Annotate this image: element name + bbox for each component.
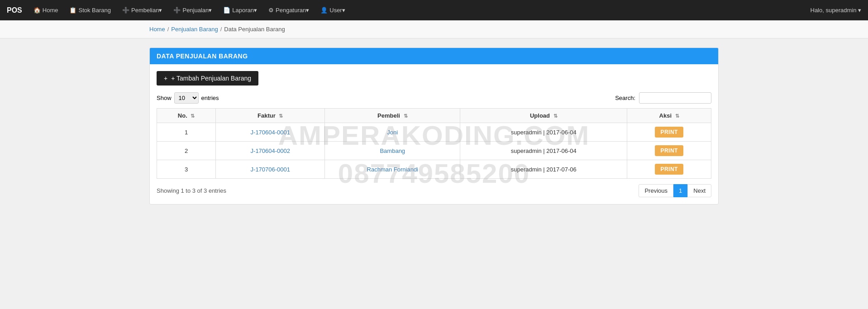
data-table: No. ⇅ Faktur ⇅ Pembeli ⇅ Upload xyxy=(157,108,711,179)
navbar-item-home[interactable]: 🏠 Home xyxy=(29,0,63,20)
entries-select[interactable]: 10 25 50 100 xyxy=(174,92,199,104)
cell-upload: superadmin | 2017-07-06 xyxy=(460,160,627,179)
pengaturan-dropdown-icon: ▾ xyxy=(306,7,309,14)
stok-icon: 📋 xyxy=(69,7,76,14)
show-label: Show xyxy=(157,95,172,101)
cell-no: 3 xyxy=(157,160,216,179)
col-faktur[interactable]: Faktur ⇅ xyxy=(216,109,325,123)
col-pembeli[interactable]: Pembeli ⇅ xyxy=(325,109,460,123)
breadcrumb-penjualan[interactable]: Penjualan Barang xyxy=(171,26,218,33)
sort-faktur-icon: ⇅ xyxy=(279,113,283,119)
penjualan-dropdown-icon: ▾ xyxy=(209,7,212,14)
pagination: Previous 1 Next xyxy=(639,184,711,197)
cell-pembeli[interactable]: Rachman Forniandi xyxy=(325,160,460,179)
breadcrumb: Home / Penjualan Barang / Data Penjualan… xyxy=(149,26,719,33)
cell-aksi: PRINT xyxy=(627,123,711,142)
pembelian-dropdown-icon: ▾ xyxy=(159,7,162,14)
cell-pembeli[interactable]: Joni xyxy=(325,123,460,142)
cell-aksi: PRINT xyxy=(627,142,711,160)
cell-no: 1 xyxy=(157,123,216,142)
showing-text: Showing 1 to 3 of 3 entries xyxy=(157,187,226,194)
sort-no-icon: ⇅ xyxy=(191,113,195,119)
navbar-items: 🏠 Home 📋 Stok Barang ➕ Pembelian ▾ ➕ Pen… xyxy=(29,0,811,20)
entries-label: entries xyxy=(201,95,219,101)
cell-upload: superadmin | 2017-06-04 xyxy=(460,123,627,142)
navbar-item-pembelian[interactable]: ➕ Pembelian ▾ xyxy=(118,0,167,20)
user-icon: 👤 xyxy=(320,7,328,14)
table-header-row: No. ⇅ Faktur ⇅ Pembeli ⇅ Upload xyxy=(157,109,711,123)
previous-button[interactable]: Previous xyxy=(639,184,673,197)
sort-aksi-icon: ⇅ xyxy=(675,113,679,119)
search-box: Search: xyxy=(615,92,711,104)
col-upload[interactable]: Upload ⇅ xyxy=(460,109,627,123)
penjualan-icon: ➕ xyxy=(173,7,181,14)
home-icon: 🏠 xyxy=(33,7,41,14)
controls-row: Show 10 25 50 100 entries Search: xyxy=(157,92,711,104)
print-button[interactable]: PRINT xyxy=(655,145,683,156)
breadcrumb-current: Data Penjualan Barang xyxy=(224,26,285,33)
card-body: + + Tambah Penjualan Barang Show 10 25 5… xyxy=(150,64,718,204)
table-row: 1J-170604-0001Jonisuperadmin | 2017-06-0… xyxy=(157,123,711,142)
cell-aksi: PRINT xyxy=(627,160,711,179)
user-dropdown-icon: ▾ xyxy=(342,7,345,14)
sort-upload-icon: ⇅ xyxy=(553,113,558,119)
sort-pembeli-icon: ⇅ xyxy=(404,113,408,119)
cell-pembeli[interactable]: Bambang xyxy=(325,142,460,160)
navbar-item-pengaturan[interactable]: ⚙ Pengaturan ▾ xyxy=(264,0,314,20)
navbar: POS 🏠 Home 📋 Stok Barang ➕ Pembelian ▾ ➕… xyxy=(0,0,868,20)
breadcrumb-sep-2: / xyxy=(220,26,222,33)
navbar-item-user[interactable]: 👤 User ▾ xyxy=(316,0,349,20)
pengaturan-icon: ⚙ xyxy=(268,7,274,14)
cell-faktur[interactable]: J-170604-0001 xyxy=(216,123,325,142)
laporan-dropdown-icon: ▾ xyxy=(254,7,257,14)
cell-faktur[interactable]: J-170604-0002 xyxy=(216,142,325,160)
print-button[interactable]: PRINT xyxy=(655,127,683,138)
print-button[interactable]: PRINT xyxy=(655,164,683,175)
breadcrumb-area: Home / Penjualan Barang / Data Penjualan… xyxy=(0,20,868,38)
cell-no: 2 xyxy=(157,142,216,160)
search-label: Search: xyxy=(615,95,635,101)
laporan-icon: 📄 xyxy=(223,7,230,14)
show-entries: Show 10 25 50 100 entries xyxy=(157,92,219,104)
plus-icon: + xyxy=(164,75,167,82)
data-card: DATA PENJUALAN BARANG + + Tambah Penjual… xyxy=(149,48,719,204)
navbar-item-penjualan[interactable]: ➕ Penjualan ▾ xyxy=(169,0,216,20)
breadcrumb-home[interactable]: Home xyxy=(149,26,165,33)
page-1-button[interactable]: 1 xyxy=(673,184,687,197)
brand-logo[interactable]: POS xyxy=(7,6,22,14)
col-no[interactable]: No. ⇅ xyxy=(157,109,216,123)
next-button[interactable]: Next xyxy=(687,184,711,197)
table-row: 3J-170706-0001Rachman Forniandisuperadmi… xyxy=(157,160,711,179)
navbar-item-laporan[interactable]: 📄 Laporan ▾ xyxy=(219,0,262,20)
add-penjualan-button[interactable]: + + Tambah Penjualan Barang xyxy=(157,71,258,86)
card-header: DATA PENJUALAN BARANG xyxy=(150,48,718,64)
user-greeting[interactable]: Halo, superadmin ▾ xyxy=(811,7,862,14)
col-aksi[interactable]: Aksi ⇅ xyxy=(627,109,711,123)
pembelian-icon: ➕ xyxy=(122,7,129,14)
pagination-row: Showing 1 to 3 of 3 entries Previous 1 N… xyxy=(157,184,711,197)
table-row: 2J-170604-0002Bambangsuperadmin | 2017-0… xyxy=(157,142,711,160)
main-content: DATA PENJUALAN BARANG + + Tambah Penjual… xyxy=(0,38,868,214)
cell-upload: superadmin | 2017-06-04 xyxy=(460,142,627,160)
navbar-item-stok[interactable]: 📋 Stok Barang xyxy=(65,0,115,20)
cell-faktur[interactable]: J-170706-0001 xyxy=(216,160,325,179)
search-input[interactable] xyxy=(639,92,711,104)
breadcrumb-sep-1: / xyxy=(167,26,169,33)
